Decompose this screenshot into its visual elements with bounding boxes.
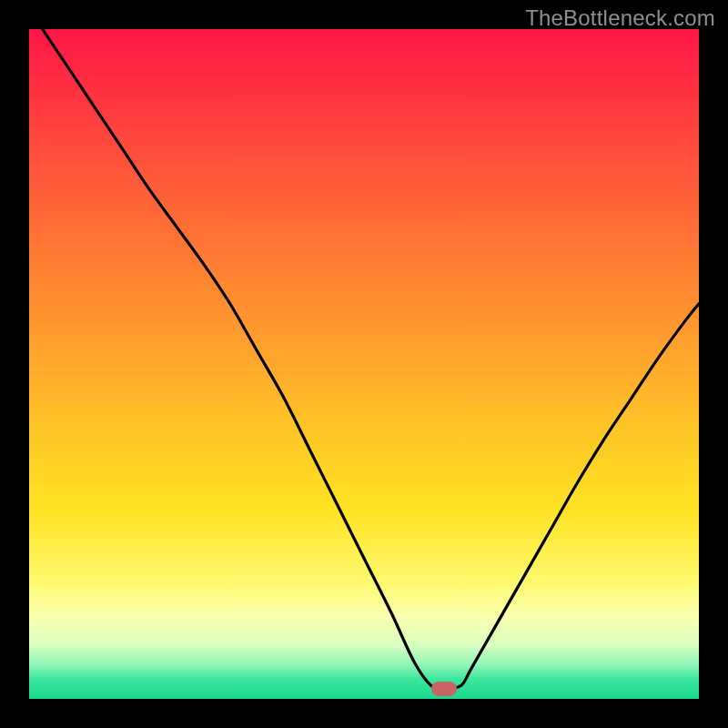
plot-area: [29, 29, 699, 699]
bottleneck-curve: [29, 29, 699, 699]
optimal-point-marker: [431, 682, 457, 696]
chart-frame: TheBottleneck.com: [0, 0, 728, 728]
watermark-text: TheBottleneck.com: [525, 5, 715, 31]
